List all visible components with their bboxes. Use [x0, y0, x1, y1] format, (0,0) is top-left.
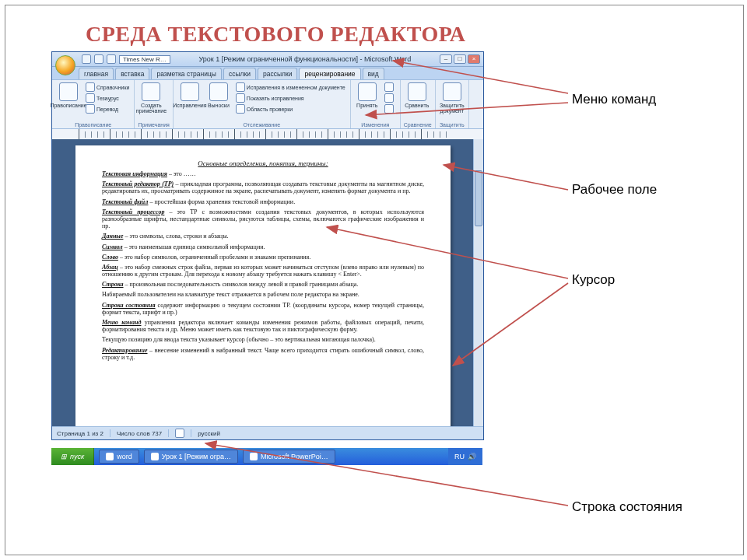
- taskbar-task-1[interactable]: Урок 1 [Режим огра…: [144, 450, 238, 464]
- ribbon-group-1: Создать примечаниеПримечания: [135, 80, 173, 128]
- term: Строка: [102, 281, 124, 288]
- task-label: Урок 1 [Режим огра…: [162, 453, 231, 460]
- ribbon-tabs: главнаявставкаразметка страницыссылкирас…: [52, 67, 483, 79]
- doc-paragraph: Набираемый пользователем на клавиатуре т…: [102, 291, 424, 298]
- btn-label: Исправления в измененном документе: [247, 85, 345, 90]
- doc-icon[interactable]: Показать исправления: [234, 93, 347, 103]
- doc-paragraph: Строка – произвольная последовательность…: [102, 281, 424, 288]
- doc-paragraph: Данные – это символы, слова, строки и аб…: [102, 233, 424, 240]
- status-page: Страница 1 из 2: [57, 430, 103, 437]
- tab-5[interactable]: рецензирование: [299, 68, 360, 79]
- redo-icon[interactable]: [107, 54, 116, 64]
- btn-label: Исправления: [173, 103, 206, 108]
- ribbon-group-5: Защитить документЗащитить: [436, 80, 469, 128]
- compare-icon[interactable]: Сравнить: [404, 82, 430, 117]
- prev-icon[interactable]: [383, 93, 397, 103]
- lock-icon: [443, 82, 461, 101]
- book-icon: [86, 82, 95, 92]
- btn-label: Правописание: [50, 103, 86, 108]
- doc-icon: [236, 82, 245, 92]
- taskbar-task-0[interactable]: word: [99, 450, 139, 464]
- btn-label: Область проверки: [247, 107, 293, 112]
- tab-1[interactable]: вставка: [115, 68, 149, 79]
- btn-label: Тезаурус: [96, 96, 119, 101]
- term-definition: – это ……: [167, 170, 196, 177]
- globe-icon[interactable]: Перевод: [84, 104, 131, 114]
- group-label: Правописание: [55, 121, 131, 128]
- doc-paragraph: Слово – это набор символов, ограниченный…: [102, 254, 424, 261]
- close-button[interactable]: ×: [468, 54, 480, 64]
- tab-4[interactable]: рассылки: [258, 68, 298, 79]
- tab-2[interactable]: разметка страницы: [151, 68, 221, 79]
- ribbon-group-2: ИсправленияВыноскиИсправления в измененн…: [174, 80, 351, 128]
- btn-label: Перевод: [96, 107, 118, 112]
- taskbar-task-2[interactable]: Microsoft PowerPoi…: [243, 450, 335, 464]
- accept-icon[interactable]: Принять: [354, 82, 381, 117]
- reject-icon[interactable]: [383, 82, 397, 92]
- doc-paragraph: Строка состояния содержит информацию о т…: [102, 302, 424, 316]
- maximize-button[interactable]: □: [454, 54, 466, 64]
- comment-icon[interactable]: Создать примечание: [138, 82, 164, 117]
- status-language[interactable]: русский: [198, 430, 220, 437]
- doc-paragraph: Текстовый процессор – это ТР с возможнос…: [102, 208, 424, 230]
- tray-volume-icon[interactable]: 🔊: [468, 453, 476, 460]
- doc-paragraph: Меню команд управления редактора включае…: [102, 319, 424, 333]
- pane-icon[interactable]: Область проверки: [234, 104, 347, 114]
- scrollbar-thumb[interactable]: [475, 170, 482, 226]
- tab-6[interactable]: вид: [363, 68, 384, 79]
- track-icon[interactable]: Исправления: [177, 82, 203, 117]
- book-icon[interactable]: Тезаурус: [84, 93, 131, 103]
- group-label: Защитить: [439, 121, 465, 128]
- tab-0[interactable]: главная: [79, 68, 114, 79]
- office-button[interactable]: [55, 55, 75, 75]
- tab-3[interactable]: ссылки: [223, 68, 256, 79]
- task-icon: [106, 453, 114, 460]
- abc-icon[interactable]: Правописание: [55, 82, 82, 117]
- group-label: Отслеживание: [177, 121, 347, 128]
- callout-field: Рабочее поле: [572, 182, 657, 198]
- ribbon: ПравописаниеСправочникиТезаурусПереводПр…: [52, 79, 483, 129]
- btn-label: Показать исправления: [247, 96, 304, 101]
- btn-label: Создать примечание: [136, 103, 167, 114]
- doc-paragraph: Текстовая информация – это ……: [102, 170, 424, 177]
- book-icon[interactable]: Справочники: [84, 82, 131, 92]
- system-tray[interactable]: RU 🔊: [448, 448, 482, 465]
- term: Слово: [102, 254, 118, 261]
- doc-icon[interactable]: Исправления в измененном документе: [234, 82, 347, 92]
- doc-paragraph: Текстовый файл – простейшая форма хранен…: [102, 198, 424, 205]
- task-icon: [151, 453, 159, 460]
- term-definition: Набираемый пользователем на клавиатуре т…: [102, 291, 359, 298]
- ribbon-group-0: ПравописаниеСправочникиТезаурусПереводПр…: [52, 80, 135, 128]
- task-label: Microsoft PowerPoi…: [261, 453, 328, 460]
- word-window: Times New R… Урок 1 [Режим ограниченной …: [51, 51, 484, 440]
- term-definition: – это символы, слова, строки и абзацы.: [123, 233, 228, 240]
- term: Текстовый редактор (ТР): [102, 180, 174, 187]
- status-bar[interactable]: Страница 1 из 2 Число слов 737 русский: [52, 426, 483, 439]
- status-proof-icon[interactable]: [175, 429, 184, 438]
- save-icon[interactable]: [82, 54, 91, 64]
- term-definition: – это набор смежных строк файла, первая …: [102, 264, 424, 278]
- next-icon: [384, 104, 394, 114]
- term: Меню команд: [102, 319, 141, 326]
- minimize-button[interactable]: –: [440, 54, 452, 64]
- lock-icon[interactable]: Защитить документ: [439, 82, 465, 117]
- start-button[interactable]: ⊞ пуск: [51, 448, 94, 465]
- vertical-scrollbar[interactable]: [473, 139, 483, 427]
- tray-lang[interactable]: RU: [454, 453, 465, 460]
- qat-font-selector[interactable]: Times New R…: [119, 55, 170, 64]
- group-label: Изменения: [354, 121, 397, 128]
- doc-paragraph: Символ – это наименьшая единица символьн…: [102, 243, 424, 250]
- term: Строка состояния: [102, 302, 156, 309]
- compare-icon: [408, 82, 426, 101]
- task-label: word: [117, 453, 132, 460]
- term-definition: – простейшая форма хранения текстовой ин…: [148, 198, 295, 205]
- term: Редактирование: [102, 347, 148, 354]
- abc-icon: [59, 82, 78, 101]
- track-icon: [181, 82, 199, 101]
- document-area[interactable]: Основные определения, понятия, термины: …: [52, 139, 474, 427]
- accept-icon: [358, 82, 377, 101]
- document-page: Основные определения, понятия, термины: …: [75, 145, 451, 427]
- next-icon[interactable]: [383, 104, 397, 114]
- undo-icon[interactable]: [94, 54, 103, 64]
- balloon-icon[interactable]: Выноски: [205, 82, 232, 117]
